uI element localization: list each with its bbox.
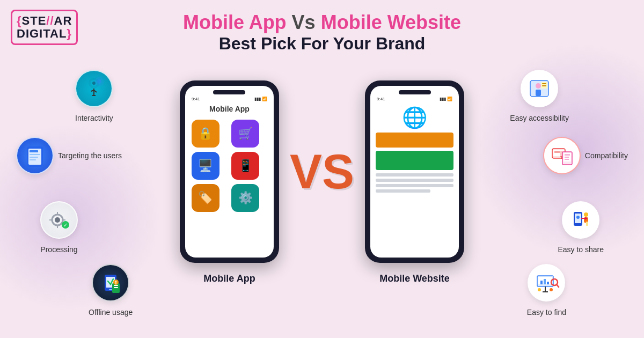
title-vs: Vs (287, 11, 321, 33)
svg-point-34 (536, 83, 541, 89)
processing-icon: ✓ (40, 201, 78, 239)
interactivity-label: Interactivity (75, 114, 113, 122)
svg-rect-49 (565, 159, 569, 160)
compatibility-label: Compatibility (585, 151, 628, 160)
feature-accessibility: Easy accessibility (510, 70, 569, 122)
interactivity-icon (75, 70, 113, 107)
svg-line-68 (557, 284, 559, 287)
svg-rect-47 (565, 154, 570, 156)
app-icon-1: 🔒 (192, 120, 219, 148)
app-screen-title: Mobile App (189, 105, 269, 113)
svg-rect-31 (115, 281, 116, 283)
compatibility-illustration (548, 142, 575, 169)
easy-find-illustration (533, 269, 560, 296)
svg-rect-13 (30, 154, 40, 155)
svg-rect-55 (586, 222, 588, 226)
page-header: Mobile App Vs Mobile Website Best Pick F… (0, 11, 644, 54)
app-icon-2: 🛒 (231, 120, 259, 148)
targeting-icon (16, 137, 54, 174)
svg-rect-26 (109, 289, 112, 290)
targeting-illustration (21, 142, 48, 169)
app-icon-6: ⚙️ (231, 184, 259, 212)
feature-offline: Offline usage (89, 264, 133, 317)
targeting-label: Targeting the users (58, 151, 122, 160)
title-mobile-website: Mobile Website (321, 11, 461, 33)
svg-rect-29 (114, 287, 118, 288)
phones-comparison-area: 9:41 ▮▮▮ 📶 Mobile App 🔒 🛒 🖥️ 📱 🏷️ ⚙️ (166, 70, 478, 274)
svg-rect-62 (547, 282, 549, 284)
feature-targeting: Targeting the users (16, 137, 122, 174)
svg-point-17 (55, 217, 60, 223)
offline-label: Offline usage (89, 308, 133, 317)
svg-rect-32 (115, 283, 116, 284)
mobile-website-label: Mobile Website (379, 273, 450, 284)
svg-rect-14 (30, 157, 38, 158)
feature-processing: ✓ Processing (40, 201, 78, 254)
svg-point-53 (584, 212, 588, 217)
easy-find-label: Easy to find (527, 308, 566, 317)
feature-compatibility: Compatibility (543, 137, 628, 174)
svg-rect-35 (536, 90, 541, 96)
app-icons-grid: 🔒 🛒 🖥️ 📱 🏷️ ⚙️ (189, 117, 269, 214)
easy-share-icon (562, 201, 599, 239)
feature-interactivity: Interactivity (75, 70, 113, 122)
svg-point-65 (538, 288, 541, 291)
svg-rect-38 (542, 85, 546, 86)
svg-rect-28 (114, 285, 118, 286)
vs-label: VS (290, 144, 354, 200)
svg-rect-60 (540, 281, 543, 284)
app-icon-4: 📱 (231, 152, 259, 180)
svg-rect-41 (554, 151, 560, 153)
app-icon-5: 🏷️ (192, 184, 219, 212)
processing-label: Processing (40, 245, 77, 254)
web-content-lines (376, 173, 453, 193)
easy-share-illustration (567, 207, 594, 233)
mobile-website-phone: 9:41 ▮▮▮ 📶 🌐 (365, 80, 464, 263)
mobile-app-phone: 9:41 ▮▮▮ 📶 Mobile App 🔒 🛒 🖥️ 📱 🏷️ ⚙️ (180, 80, 279, 263)
accessibility-icon (521, 70, 558, 107)
page-subtitle: Best Pick For Your Brand (0, 34, 644, 54)
svg-rect-48 (565, 157, 569, 158)
title-mobile-app: Mobile App (183, 11, 287, 33)
accessibility-illustration (526, 75, 553, 102)
easy-find-icon (528, 264, 565, 302)
web-screen: 9:41 ▮▮▮ 📶 🌐 (370, 86, 459, 258)
processing-illustration: ✓ (46, 207, 72, 233)
mobile-app-phone-wrapper: 9:41 ▮▮▮ 📶 Mobile App 🔒 🛒 🖥️ 📱 🏷️ ⚙️ (180, 80, 279, 263)
offline-icon (92, 264, 129, 302)
svg-rect-12 (30, 150, 38, 152)
compatibility-icon (543, 137, 581, 174)
svg-point-9 (97, 79, 101, 84)
app-screen: 9:41 ▮▮▮ 📶 Mobile App 🔒 🛒 🖥️ 📱 🏷️ ⚙️ (185, 86, 274, 258)
easy-share-label: Easy to share (558, 245, 604, 254)
interactivity-illustration (80, 75, 107, 102)
mobile-website-phone-wrapper: 9:41 ▮▮▮ 📶 🌐 Mobile Website (365, 80, 464, 263)
web-orange-block (376, 133, 453, 148)
app-icon-3: 🖥️ (192, 152, 219, 180)
accessibility-label: Easy accessibility (510, 114, 569, 122)
mobile-app-label: Mobile App (203, 273, 255, 284)
svg-rect-15 (30, 159, 36, 160)
svg-point-52 (576, 216, 580, 219)
feature-easy-find: Easy to find (527, 264, 566, 317)
svg-rect-37 (542, 83, 546, 84)
feature-easy-share: Easy to share (558, 201, 604, 254)
svg-point-66 (550, 288, 553, 291)
web-globe-icon: 🌐 (376, 106, 453, 129)
offline-illustration (97, 269, 124, 296)
svg-text:✓: ✓ (63, 222, 68, 228)
svg-rect-61 (544, 279, 546, 284)
web-green-block (376, 151, 453, 170)
